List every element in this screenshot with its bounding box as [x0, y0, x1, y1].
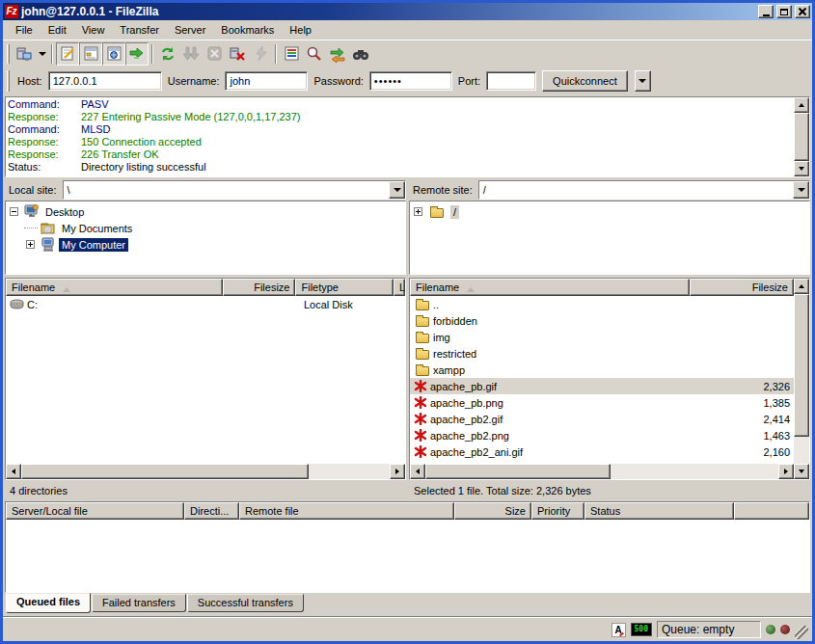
- toolbar-separator: [151, 44, 153, 64]
- menu-file[interactable]: File: [8, 21, 41, 39]
- tab-failed-transfers[interactable]: Failed transfers: [92, 594, 186, 612]
- host-input[interactable]: [48, 71, 162, 91]
- collapse-expander-icon[interactable]: [10, 207, 18, 216]
- resize-grip[interactable]: [795, 626, 808, 639]
- menu-transfer[interactable]: Transfer: [112, 21, 167, 39]
- column-direction[interactable]: Directi...: [184, 502, 239, 520]
- scroll-thumb[interactable]: [794, 113, 809, 161]
- toolbar: [3, 40, 812, 67]
- port-input[interactable]: [486, 71, 536, 91]
- scroll-thumb[interactable]: [425, 464, 611, 479]
- activity-led-red-icon: [780, 625, 790, 634]
- file-row[interactable]: forbidden: [410, 312, 794, 329]
- menu-help[interactable]: Help: [282, 21, 319, 39]
- find-files-button[interactable]: [303, 42, 326, 66]
- close-button[interactable]: [795, 5, 810, 18]
- directory-filter-button[interactable]: [280, 42, 303, 66]
- toggle-local-tree-button[interactable]: [79, 42, 102, 66]
- arrow-left-icon: [9, 469, 15, 474]
- scroll-right-button[interactable]: [778, 464, 794, 479]
- remote-list-vscrollbar[interactable]: [794, 279, 809, 479]
- reconnect-button[interactable]: [249, 42, 272, 66]
- documents-folder-icon: [41, 222, 56, 235]
- tab-successful-transfers[interactable]: Successful transfers: [187, 594, 304, 612]
- local-site-dropdown-button[interactable]: [389, 181, 405, 199]
- scroll-down-button[interactable]: [794, 161, 809, 176]
- file-row[interactable]: apache_pb2.png1,463: [410, 427, 794, 443]
- quickconnect-dropdown-button[interactable]: [635, 70, 651, 92]
- scroll-thumb[interactable]: [794, 294, 809, 437]
- disconnect-button[interactable]: [226, 42, 249, 66]
- refresh-button[interactable]: [156, 42, 179, 66]
- image-file-icon: [414, 429, 427, 442]
- scroll-thumb[interactable]: [21, 464, 309, 479]
- log-scrollbar[interactable]: [794, 97, 809, 176]
- column-remote-file[interactable]: Remote file: [239, 502, 454, 520]
- minimize-button[interactable]: [758, 5, 774, 18]
- site-manager-dropdown-button[interactable]: [36, 43, 48, 65]
- remote-site-header: Remote site: /: [409, 180, 810, 201]
- toggle-queue-button[interactable]: [125, 42, 149, 66]
- menu-edit[interactable]: Edit: [41, 21, 74, 39]
- tree-item-desktop[interactable]: Desktop: [8, 203, 403, 220]
- scroll-right-button[interactable]: [390, 464, 405, 479]
- arrow-up-icon: [799, 282, 804, 288]
- scroll-down-button[interactable]: [794, 464, 809, 479]
- log-line: Response:150 Connection accepted: [8, 136, 792, 148]
- file-row[interactable]: img: [410, 329, 794, 345]
- column-size[interactable]: Size: [454, 502, 531, 520]
- process-queue-button[interactable]: [179, 42, 203, 66]
- file-row[interactable]: apache_pb2.gif2,414: [410, 411, 794, 427]
- remote-list-hscrollbar[interactable]: [410, 464, 794, 479]
- expand-expander-icon[interactable]: [414, 207, 422, 216]
- column-filesize[interactable]: Filesize: [223, 279, 296, 296]
- file-row-selected[interactable]: apache_pb.gif2,326: [410, 378, 794, 394]
- synchronized-browsing-button[interactable]: [349, 42, 372, 66]
- site-manager-button[interactable]: [13, 42, 36, 66]
- menu-bookmarks[interactable]: Bookmarks: [213, 21, 282, 39]
- minimize-icon: [763, 14, 770, 16]
- column-filename[interactable]: Filename: [6, 279, 223, 296]
- scroll-left-button[interactable]: [6, 464, 21, 479]
- remote-file-list-pane: Filename Filesize .. forbidden img restr…: [409, 278, 810, 498]
- menu-server[interactable]: Server: [167, 21, 213, 39]
- column-server-local-file[interactable]: Server/Local file: [6, 502, 184, 520]
- column-last-modified[interactable]: L: [394, 279, 405, 296]
- tree-item-my-computer[interactable]: My Computer: [8, 236, 403, 253]
- scroll-up-button[interactable]: [794, 279, 809, 294]
- remote-site-dropdown-button[interactable]: [793, 181, 809, 199]
- activity-led-green-icon: [766, 625, 775, 634]
- file-row[interactable]: apache_pb2_ani.gif2,160: [410, 443, 794, 460]
- filezilla-logo-icon: Fz: [5, 5, 18, 18]
- quickconnect-button[interactable]: Quickconnect: [542, 70, 628, 92]
- tree-item-my-documents[interactable]: My Documents: [8, 220, 403, 236]
- file-row[interactable]: xampp: [410, 362, 794, 378]
- file-row-c-drive[interactable]: C: Local Disk: [6, 296, 405, 312]
- window-title: john@127.0.0.1 - FileZilla: [21, 5, 755, 18]
- column-filetype[interactable]: Filetype: [295, 279, 394, 296]
- expand-expander-icon[interactable]: [26, 240, 35, 249]
- arrow-down-icon: [799, 167, 804, 174]
- cancel-operation-button[interactable]: [203, 42, 226, 66]
- file-row[interactable]: restricted: [410, 345, 794, 362]
- column-filesize[interactable]: Filesize: [690, 279, 794, 296]
- maximize-button[interactable]: [776, 5, 792, 18]
- password-input[interactable]: [369, 71, 452, 91]
- username-input[interactable]: [225, 71, 308, 91]
- tree-item-root[interactable]: /: [412, 203, 807, 220]
- directory-comparison-button[interactable]: [326, 42, 349, 66]
- scroll-up-button[interactable]: [794, 97, 809, 113]
- scroll-left-button[interactable]: [410, 464, 425, 479]
- local-list-hscrollbar[interactable]: [6, 464, 405, 479]
- file-row[interactable]: ..: [410, 296, 794, 312]
- toggle-remote-tree-button[interactable]: [102, 42, 125, 66]
- remote-site-combo[interactable]: /: [478, 180, 810, 200]
- toggle-message-log-button[interactable]: [56, 42, 79, 66]
- local-site-combo[interactable]: \: [63, 180, 406, 200]
- menu-view[interactable]: View: [74, 21, 113, 39]
- file-row[interactable]: apache_pb.png1,385: [410, 394, 794, 411]
- tab-queued-files[interactable]: Queued files: [6, 593, 91, 613]
- column-status[interactable]: Status: [584, 502, 734, 520]
- column-filename[interactable]: Filename: [410, 279, 690, 296]
- column-priority[interactable]: Priority: [531, 502, 584, 520]
